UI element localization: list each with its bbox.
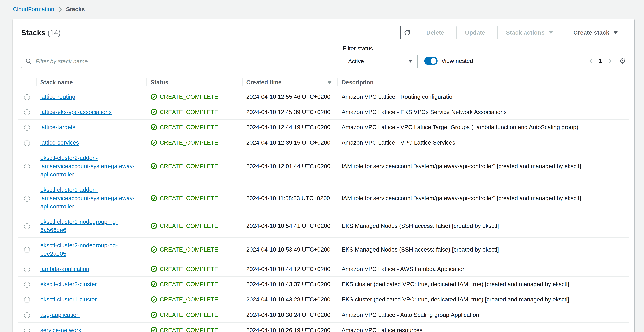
toggle-knob [430, 58, 436, 64]
row-radio[interactable] [24, 247, 30, 253]
status-text: CREATE_COMPLETE [160, 280, 218, 288]
status-cell: CREATE_COMPLETE [146, 214, 242, 238]
stack-name-cell: eksctl-cluster1-nodegroup-ng-6a566de6 [36, 214, 146, 238]
stack-actions-button[interactable]: Stack actions [497, 26, 562, 39]
selection-cell [18, 120, 36, 135]
preferences-gear-icon[interactable]: ⚙ [619, 57, 626, 65]
pagination-prev-icon[interactable] [589, 58, 593, 64]
stack-name-link[interactable]: eksctl-cluster1-nodegroup-ng-6a566de6 [40, 218, 118, 233]
status-text: CREATE_COMPLETE [160, 295, 218, 304]
description-cell: EKS cluster (dedicated VPC: true, dedica… [337, 292, 630, 307]
status-success-icon [150, 296, 157, 303]
selection-cell [18, 238, 36, 261]
stack-name-link[interactable]: lattice-eks-vpc-associations [40, 109, 112, 115]
stack-name-link[interactable]: lattice-services [40, 139, 79, 146]
status-cell: CREATE_COMPLETE [146, 261, 242, 277]
stack-name-link[interactable]: lattice-targets [40, 124, 75, 130]
row-radio[interactable] [24, 196, 30, 202]
stack-name-link[interactable]: service-network [40, 327, 81, 332]
status-text: CREATE_COMPLETE [160, 138, 218, 147]
selection-cell [18, 322, 36, 332]
selection-cell [18, 307, 36, 322]
stack-name-link[interactable]: lattice-routing [40, 93, 75, 100]
row-radio[interactable] [24, 164, 30, 170]
table-row: lambda-applicationCREATE_COMPLETE2024-04… [18, 261, 630, 277]
stack-name-cell: service-network [36, 322, 146, 332]
description-cell: Amazon VPC Lattice - Auto Scaling group … [337, 307, 630, 322]
status-success-icon [150, 93, 157, 100]
table-row: eksctl-cluster1-clusterCREATE_COMPLETE20… [18, 292, 630, 307]
stacks-panel: Stacks (14) Delete Update Stack actions [13, 19, 634, 332]
stack-name-cell: eksctl-cluster2-addon-iamserviceaccount-… [36, 150, 146, 182]
created-time-cell: 2024-04-10 10:43:28 UTC+0200 [242, 292, 337, 307]
row-radio[interactable] [24, 282, 30, 288]
stack-name-cell: lambda-application [36, 261, 146, 277]
page-number[interactable]: 1 [598, 58, 603, 64]
status-text: CREATE_COMPLETE [160, 123, 218, 131]
page: CloudFormation Stacks Stacks (14) Delete [0, 0, 644, 332]
table-row: service-networkCREATE_COMPLETE2024-04-10… [18, 322, 630, 332]
stack-name-link[interactable]: asg-application [40, 311, 80, 318]
status-text: CREATE_COMPLETE [160, 265, 218, 273]
column-header-created-time[interactable]: Created time [242, 76, 337, 89]
created-time-cell: 2024-04-10 12:39:15 UTC+0200 [242, 135, 337, 150]
status-text: CREATE_COMPLETE [160, 311, 218, 319]
created-time-cell: 2024-04-10 12:45:39 UTC+0200 [242, 104, 337, 120]
refresh-button[interactable] [400, 26, 414, 39]
row-radio[interactable] [24, 125, 30, 131]
status-success-icon [150, 246, 157, 253]
view-nested-toggle[interactable] [424, 57, 438, 65]
row-radio[interactable] [24, 109, 30, 115]
table-row: asg-applicationCREATE_COMPLETE2024-04-10… [18, 307, 630, 322]
panel-header: Stacks (14) Delete Update Stack actions [13, 19, 634, 39]
created-time-cell: 2024-04-10 10:54:41 UTC+0200 [242, 214, 337, 238]
selection-cell [18, 135, 36, 150]
status-success-icon [150, 195, 157, 202]
status-text: CREATE_COMPLETE [160, 162, 218, 170]
pagination-next-icon[interactable] [608, 58, 612, 64]
breadcrumb-link-cloudformation[interactable]: CloudFormation [13, 6, 54, 13]
created-time-cell: 2024-04-10 12:44:19 UTC+0200 [242, 120, 337, 135]
filter-status-label: Filter status [343, 45, 418, 52]
status-success-icon [150, 139, 157, 146]
stack-name-cell: eksctl-cluster1-cluster [36, 292, 146, 307]
stack-name-link[interactable]: lambda-application [40, 266, 89, 272]
status-text: CREATE_COMPLETE [160, 326, 218, 332]
description-cell: Amazon VPC Lattice - EKS VPCs Service Ne… [337, 104, 630, 120]
row-radio[interactable] [24, 312, 30, 318]
status-cell: CREATE_COMPLETE [146, 292, 242, 307]
stack-name-link[interactable]: eksctl-cluster2-cluster [40, 281, 97, 287]
created-time-cell: 2024-04-10 12:55:46 UTC+0200 [242, 89, 337, 104]
row-radio[interactable] [24, 327, 30, 332]
row-radio[interactable] [24, 94, 30, 100]
filter-status-group: Filter status Active [343, 45, 418, 68]
status-success-icon [150, 281, 157, 288]
stack-name-filter-input[interactable] [21, 55, 336, 68]
status-text: CREATE_COMPLETE [160, 245, 218, 254]
header-actions: Delete Update Stack actions Create stack [400, 26, 626, 39]
update-button[interactable]: Update [456, 26, 494, 39]
row-radio[interactable] [24, 140, 30, 146]
create-stack-button[interactable]: Create stack [565, 26, 626, 39]
stack-name-link[interactable]: eksctl-cluster1-addon-iamserviceaccount-… [40, 187, 134, 210]
delete-button[interactable]: Delete [418, 26, 453, 39]
status-text: CREATE_COMPLETE [160, 108, 218, 116]
filter-status-select[interactable]: Active [343, 55, 418, 68]
status-cell: CREATE_COMPLETE [146, 104, 242, 120]
row-radio[interactable] [24, 297, 30, 303]
table-row: lattice-servicesCREATE_COMPLETE2024-04-1… [18, 135, 630, 150]
created-time-cell: 2024-04-10 10:44:12 UTC+0200 [242, 261, 337, 277]
status-success-icon [150, 223, 157, 229]
row-radio[interactable] [24, 223, 30, 229]
created-time-cell: 2024-04-10 10:26:19 UTC+0200 [242, 322, 337, 332]
sort-descending-icon [328, 81, 332, 84]
selection-cell [18, 261, 36, 277]
stack-name-link[interactable]: eksctl-cluster2-nodegroup-ng-bee2ae05 [40, 242, 118, 257]
caret-down-icon [549, 31, 553, 34]
stack-name-link[interactable]: eksctl-cluster2-addon-iamserviceaccount-… [40, 154, 134, 178]
stack-name-link[interactable]: eksctl-cluster1-cluster [40, 296, 97, 303]
created-time-cell: 2024-04-10 12:01:44 UTC+0200 [242, 150, 337, 182]
status-cell: CREATE_COMPLETE [146, 322, 242, 332]
row-radio[interactable] [24, 267, 30, 272]
column-header-status: Status [146, 76, 242, 89]
